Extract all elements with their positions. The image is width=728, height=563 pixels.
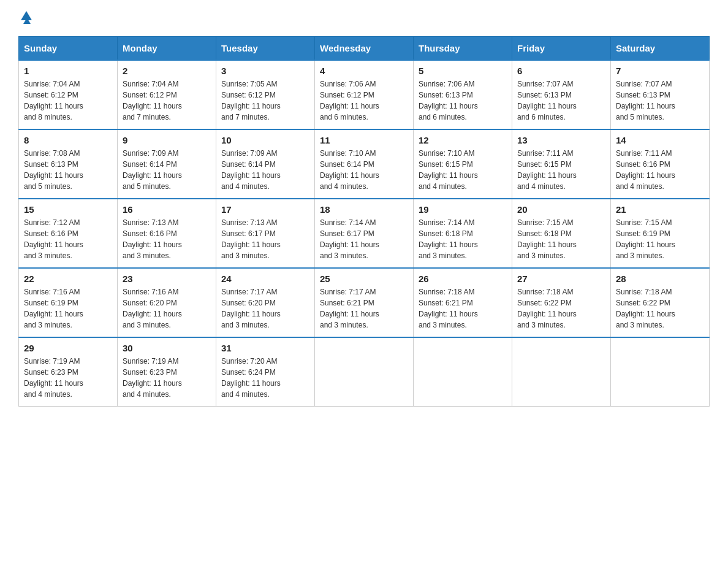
- week-row-5: 29 Sunrise: 7:19 AMSunset: 6:23 PMDaylig…: [19, 337, 710, 407]
- header-cell-tuesday: Tuesday: [216, 37, 315, 61]
- day-info: Sunrise: 7:18 AMSunset: 6:22 PMDaylight:…: [616, 286, 704, 331]
- day-number: 7: [616, 66, 704, 76]
- day-cell: 21 Sunrise: 7:15 AMSunset: 6:19 PMDaylig…: [611, 199, 710, 268]
- day-cell: 6 Sunrise: 7:07 AMSunset: 6:13 PMDayligh…: [512, 60, 611, 129]
- day-number: 19: [419, 204, 507, 215]
- day-info: Sunrise: 7:18 AMSunset: 6:22 PMDaylight:…: [517, 286, 605, 331]
- day-number: 25: [320, 274, 408, 284]
- day-number: 17: [221, 204, 309, 215]
- day-cell: 22 Sunrise: 7:16 AMSunset: 6:19 PMDaylig…: [19, 268, 118, 337]
- day-number: 13: [517, 135, 605, 145]
- logo-icon: [21, 11, 32, 24]
- day-info: Sunrise: 7:19 AMSunset: 6:23 PMDaylight:…: [24, 356, 112, 400]
- day-number: 8: [24, 135, 112, 145]
- day-number: 26: [419, 274, 507, 284]
- day-cell: 5 Sunrise: 7:06 AMSunset: 6:13 PMDayligh…: [414, 60, 512, 129]
- day-info: Sunrise: 7:17 AMSunset: 6:21 PMDaylight:…: [320, 286, 408, 331]
- day-info: Sunrise: 7:11 AMSunset: 6:16 PMDaylight:…: [616, 148, 704, 192]
- day-info: Sunrise: 7:13 AMSunset: 6:16 PMDaylight:…: [123, 217, 211, 261]
- header-cell-saturday: Saturday: [611, 37, 710, 61]
- calendar-table: SundayMondayTuesdayWednesdayThursdayFrid…: [18, 36, 710, 407]
- day-cell: 13 Sunrise: 7:11 AMSunset: 6:15 PMDaylig…: [512, 129, 611, 199]
- day-cell: 15 Sunrise: 7:12 AMSunset: 6:16 PMDaylig…: [19, 199, 118, 268]
- day-info: Sunrise: 7:15 AMSunset: 6:19 PMDaylight:…: [616, 217, 704, 261]
- logo: [18, 12, 32, 24]
- day-info: Sunrise: 7:14 AMSunset: 6:18 PMDaylight:…: [419, 217, 507, 261]
- day-cell: 10 Sunrise: 7:09 AMSunset: 6:14 PMDaylig…: [216, 129, 315, 199]
- calendar-body: 1 Sunrise: 7:04 AMSunset: 6:12 PMDayligh…: [19, 60, 710, 407]
- day-number: 20: [517, 204, 605, 215]
- day-cell: 30 Sunrise: 7:19 AMSunset: 6:23 PMDaylig…: [118, 337, 216, 407]
- day-cell: 12 Sunrise: 7:10 AMSunset: 6:15 PMDaylig…: [414, 129, 512, 199]
- day-cell: 20 Sunrise: 7:15 AMSunset: 6:18 PMDaylig…: [512, 199, 611, 268]
- day-info: Sunrise: 7:09 AMSunset: 6:14 PMDaylight:…: [221, 148, 309, 192]
- day-number: 1: [24, 66, 112, 76]
- day-info: Sunrise: 7:06 AMSunset: 6:12 PMDaylight:…: [320, 79, 408, 123]
- week-row-2: 8 Sunrise: 7:08 AMSunset: 6:13 PMDayligh…: [19, 129, 710, 199]
- day-info: Sunrise: 7:05 AMSunset: 6:12 PMDaylight:…: [221, 79, 309, 123]
- day-cell: 14 Sunrise: 7:11 AMSunset: 6:16 PMDaylig…: [611, 129, 710, 199]
- day-cell: [414, 337, 512, 407]
- day-cell: 27 Sunrise: 7:18 AMSunset: 6:22 PMDaylig…: [512, 268, 611, 337]
- day-number: 31: [221, 343, 309, 353]
- day-info: Sunrise: 7:16 AMSunset: 6:19 PMDaylight:…: [24, 286, 112, 331]
- header-cell-monday: Monday: [118, 37, 216, 61]
- day-number: 5: [419, 66, 507, 76]
- day-info: Sunrise: 7:18 AMSunset: 6:21 PMDaylight:…: [419, 286, 507, 331]
- day-number: 22: [24, 274, 112, 284]
- day-info: Sunrise: 7:14 AMSunset: 6:17 PMDaylight:…: [320, 217, 408, 261]
- day-number: 11: [320, 135, 408, 145]
- day-cell: 8 Sunrise: 7:08 AMSunset: 6:13 PMDayligh…: [19, 129, 118, 199]
- day-cell: 4 Sunrise: 7:06 AMSunset: 6:12 PMDayligh…: [315, 60, 414, 129]
- day-cell: 2 Sunrise: 7:04 AMSunset: 6:12 PMDayligh…: [118, 60, 216, 129]
- day-cell: 31 Sunrise: 7:20 AMSunset: 6:24 PMDaylig…: [216, 337, 315, 407]
- header-row: SundayMondayTuesdayWednesdayThursdayFrid…: [19, 37, 710, 61]
- day-cell: [611, 337, 710, 407]
- day-info: Sunrise: 7:12 AMSunset: 6:16 PMDaylight:…: [24, 217, 112, 261]
- day-number: 6: [517, 66, 605, 76]
- day-cell: 3 Sunrise: 7:05 AMSunset: 6:12 PMDayligh…: [216, 60, 315, 129]
- day-number: 16: [123, 204, 211, 215]
- day-number: 28: [616, 274, 704, 284]
- day-info: Sunrise: 7:10 AMSunset: 6:15 PMDaylight:…: [419, 148, 507, 192]
- day-info: Sunrise: 7:11 AMSunset: 6:15 PMDaylight:…: [517, 148, 605, 192]
- day-info: Sunrise: 7:17 AMSunset: 6:20 PMDaylight:…: [221, 286, 309, 331]
- day-cell: 25 Sunrise: 7:17 AMSunset: 6:21 PMDaylig…: [315, 268, 414, 337]
- day-number: 23: [123, 274, 211, 284]
- day-cell: 16 Sunrise: 7:13 AMSunset: 6:16 PMDaylig…: [118, 199, 216, 268]
- day-number: 10: [221, 135, 309, 145]
- calendar-header: SundayMondayTuesdayWednesdayThursdayFrid…: [19, 37, 710, 61]
- day-info: Sunrise: 7:07 AMSunset: 6:13 PMDaylight:…: [616, 79, 704, 123]
- week-row-1: 1 Sunrise: 7:04 AMSunset: 6:12 PMDayligh…: [19, 60, 710, 129]
- day-number: 15: [24, 204, 112, 215]
- week-row-3: 15 Sunrise: 7:12 AMSunset: 6:16 PMDaylig…: [19, 199, 710, 268]
- header-cell-thursday: Thursday: [414, 37, 512, 61]
- day-info: Sunrise: 7:07 AMSunset: 6:13 PMDaylight:…: [517, 79, 605, 123]
- day-cell: 17 Sunrise: 7:13 AMSunset: 6:17 PMDaylig…: [216, 199, 315, 268]
- day-cell: 11 Sunrise: 7:10 AMSunset: 6:14 PMDaylig…: [315, 129, 414, 199]
- day-cell: [315, 337, 414, 407]
- day-number: 21: [616, 204, 704, 215]
- day-cell: [512, 337, 611, 407]
- header-cell-friday: Friday: [512, 37, 611, 61]
- day-info: Sunrise: 7:04 AMSunset: 6:12 PMDaylight:…: [24, 79, 112, 123]
- day-info: Sunrise: 7:16 AMSunset: 6:20 PMDaylight:…: [123, 286, 211, 331]
- day-info: Sunrise: 7:20 AMSunset: 6:24 PMDaylight:…: [221, 356, 309, 400]
- day-number: 2: [123, 66, 211, 76]
- week-row-4: 22 Sunrise: 7:16 AMSunset: 6:19 PMDaylig…: [19, 268, 710, 337]
- day-number: 27: [517, 274, 605, 284]
- day-info: Sunrise: 7:04 AMSunset: 6:12 PMDaylight:…: [123, 79, 211, 123]
- day-number: 24: [221, 274, 309, 284]
- day-info: Sunrise: 7:06 AMSunset: 6:13 PMDaylight:…: [419, 79, 507, 123]
- page-header: [18, 12, 710, 24]
- day-info: Sunrise: 7:13 AMSunset: 6:17 PMDaylight:…: [221, 217, 309, 261]
- day-cell: 18 Sunrise: 7:14 AMSunset: 6:17 PMDaylig…: [315, 199, 414, 268]
- day-number: 12: [419, 135, 507, 145]
- day-cell: 28 Sunrise: 7:18 AMSunset: 6:22 PMDaylig…: [611, 268, 710, 337]
- day-number: 14: [616, 135, 704, 145]
- day-number: 4: [320, 66, 408, 76]
- day-number: 18: [320, 204, 408, 215]
- day-cell: 9 Sunrise: 7:09 AMSunset: 6:14 PMDayligh…: [118, 129, 216, 199]
- day-cell: 23 Sunrise: 7:16 AMSunset: 6:20 PMDaylig…: [118, 268, 216, 337]
- day-info: Sunrise: 7:19 AMSunset: 6:23 PMDaylight:…: [123, 356, 211, 400]
